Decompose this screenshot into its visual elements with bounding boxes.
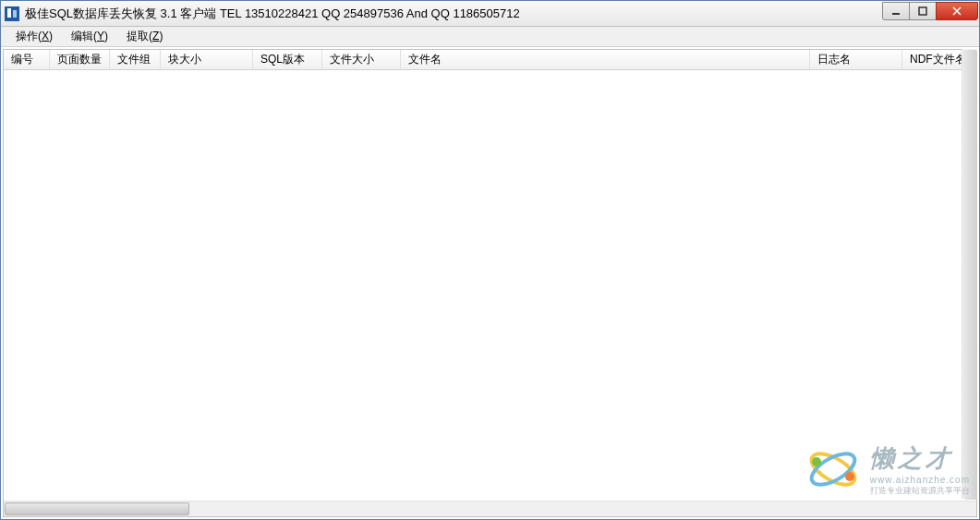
column-header-file-size[interactable]: 文件大小 xyxy=(322,50,401,69)
app-icon xyxy=(5,6,19,21)
svg-rect-0 xyxy=(892,13,900,15)
table-body xyxy=(4,70,976,501)
maximize-button[interactable] xyxy=(909,2,937,20)
maximize-icon xyxy=(918,6,927,16)
window-controls xyxy=(883,2,978,20)
column-header-page-count[interactable]: 页面数量 xyxy=(50,50,110,69)
svg-rect-1 xyxy=(919,7,926,15)
minimize-icon xyxy=(891,6,901,16)
close-icon xyxy=(952,6,962,16)
vertical-scrollbar[interactable] xyxy=(962,49,977,499)
column-header-filegroup[interactable]: 文件组 xyxy=(110,50,161,69)
close-button[interactable] xyxy=(936,2,978,20)
menu-edit[interactable]: 编辑(Y) xyxy=(62,27,117,46)
column-header-block-size[interactable]: 块大小 xyxy=(161,50,253,69)
menu-operation[interactable]: 操作(X) xyxy=(6,27,62,46)
column-header-sql-version[interactable]: SQL版本 xyxy=(253,50,322,69)
menu-extract[interactable]: 提取(Z) xyxy=(117,27,172,46)
horizontal-scrollbar-thumb[interactable] xyxy=(5,502,189,515)
window-title: 极佳SQL数据库丢失恢复 3.1 客户端 TEL 13510228421 QQ … xyxy=(25,6,883,22)
menubar: 操作(X) 编辑(Y) 提取(Z) xyxy=(1,27,979,47)
horizontal-scrollbar[interactable] xyxy=(4,501,976,516)
titlebar: 极佳SQL数据库丢失恢复 3.1 客户端 TEL 13510228421 QQ … xyxy=(1,1,979,27)
column-header-id[interactable]: 编号 xyxy=(4,50,50,69)
column-header-filename[interactable]: 文件名 xyxy=(401,50,810,69)
table-header: 编号 页面数量 文件组 块大小 SQL版本 文件大小 文件名 日志名 NDF文件… xyxy=(4,50,976,70)
app-window: 极佳SQL数据库丢失恢复 3.1 客户端 TEL 13510228421 QQ … xyxy=(0,0,980,520)
column-header-log-name[interactable]: 日志名 xyxy=(810,50,902,69)
content-area: 编号 页面数量 文件组 块大小 SQL版本 文件大小 文件名 日志名 NDF文件… xyxy=(3,49,977,517)
minimize-button[interactable] xyxy=(882,2,910,20)
vertical-scrollbar-thumb[interactable] xyxy=(963,50,977,500)
